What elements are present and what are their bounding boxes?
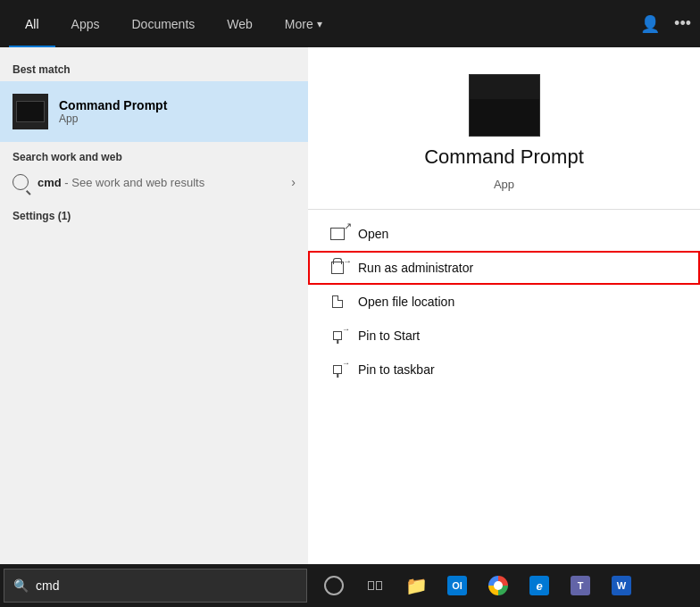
nav-web[interactable]: Web [211,0,269,47]
action-list: Open Run as administrator Open file loca… [308,209,700,394]
pin-icon-shape [330,328,345,343]
action-pin-to-start[interactable]: Pin to Start [308,319,700,353]
app-icon-small [12,94,48,129]
taskbar-chrome[interactable] [479,564,518,607]
action-open-file-location[interactable]: Open file location [308,285,700,319]
nav-all[interactable]: All [9,0,55,47]
search-web-item[interactable]: cmd - See work and web results › [12,169,296,195]
best-match-label: Best match [0,58,308,81]
taskbar-search-text: cmd [36,578,59,593]
file-explorer-icon: 📁 [405,575,428,596]
taskbar: 🔍 cmd 📁 Ol e T W [0,564,700,607]
cmd-icon-small [16,101,45,122]
open-icon [329,226,346,242]
search-web-label: Search work and web [12,151,296,163]
search-web-section: Search work and web cmd - See work and w… [0,142,308,204]
result-type: App [59,112,167,125]
chevron-down-icon: ▾ [317,18,322,30]
taskbar-task-view[interactable] [355,564,395,607]
app-detail-name: Command Prompt [424,146,584,169]
file-icon [329,294,346,310]
action-run-as-admin[interactable]: Run as administrator [308,251,700,285]
arrow-right-icon: › [291,175,296,189]
more-options-icon[interactable]: ••• [674,14,691,33]
app-detail-type: App [494,178,514,191]
chrome-icon [488,576,508,595]
nav-right-actions: 👤 ••• [640,14,691,34]
main-content: Best match Command Prompt App Search wor… [0,47,700,607]
taskbar-file-explorer[interactable]: 📁 [396,564,436,607]
top-navigation: All Apps Documents Web More ▾ 👤 ••• [0,0,700,47]
nav-apps[interactable]: Apps [55,0,116,47]
search-icon [12,174,29,190]
admin-icon [329,260,346,276]
nav-documents[interactable]: Documents [115,0,211,47]
windows-icon [324,576,344,595]
teams-icon: T [571,576,590,595]
result-text: Command Prompt App [59,98,167,125]
search-web-text: cmd - See work and web results [38,176,204,189]
edge-icon: e [529,576,549,595]
settings-section: Settings (1) [0,204,308,228]
outlook-icon: Ol [447,576,467,595]
left-panel: Best match Command Prompt App Search wor… [0,47,308,607]
taskbar-search[interactable]: 🔍 cmd [4,569,307,603]
file-icon-shape [332,295,343,308]
taskbar-search-icon: 🔍 [13,578,29,593]
word-icon: W [612,576,631,595]
command-prompt-result[interactable]: Command Prompt App [0,81,308,142]
taskbar-windows-button[interactable] [314,564,354,607]
result-name: Command Prompt [59,98,167,112]
taskbar-word[interactable]: W [602,564,641,607]
nav-more[interactable]: More ▾ [269,0,338,47]
taskbar-icons: 📁 Ol e T W [314,564,641,607]
taskbar-edge[interactable]: e [520,564,559,607]
pin-start-icon [329,328,346,344]
right-panel: Command Prompt App Open Run as administr… [308,47,700,607]
admin-icon-shape [331,262,344,274]
cmd-icon-large [469,74,540,137]
action-pin-to-taskbar[interactable]: Pin to taskbar [308,353,700,387]
app-detail-top: Command Prompt App [308,47,700,209]
settings-label: Settings (1) [12,210,296,222]
pin-taskbar-icon [329,362,346,378]
taskbar-outlook[interactable]: Ol [438,564,477,607]
task-view-icon [368,581,382,590]
pin-taskbar-icon-shape [330,362,345,377]
user-icon[interactable]: 👤 [640,14,660,34]
open-icon-shape [330,228,345,240]
action-open[interactable]: Open [308,217,700,251]
taskbar-teams[interactable]: T [561,564,600,607]
